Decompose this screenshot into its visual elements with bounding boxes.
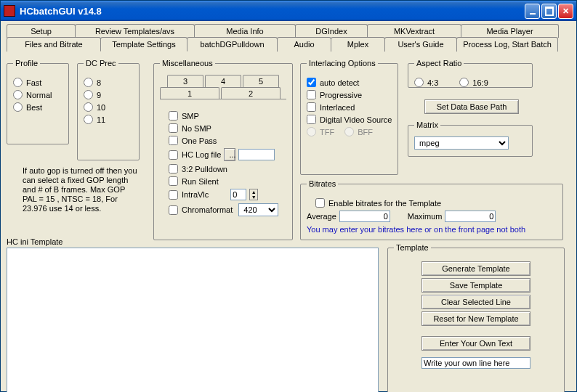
misc-intravlc-value[interactable] [230,189,246,200]
tab-template-settings[interactable]: Template Settings [100,37,187,52]
titlebar: HCbatchGUI v14.8 [1,1,576,21]
clear-line-button[interactable]: Clear Selected Line [421,295,530,309]
misc-hclog-browse[interactable]: ... [224,148,235,161]
bitrates-enable[interactable]: Enable bitrates for the Template [315,198,557,208]
bitrates-note: You may enter your bitrates here or on t… [307,225,557,234]
set-db-path-button[interactable]: Set Data Base Path [424,99,519,114]
aspect-43[interactable]: 4:3 [414,78,438,87]
aspect-group: Aspect Ratio 4:3 16:9 [408,59,533,88]
dcprec-10-radio[interactable] [84,102,93,112]
inter-interlaced-check[interactable] [307,102,316,112]
app-icon [4,5,15,17]
inter-auto[interactable]: auto detect [307,78,392,87]
bitrates-enable-check[interactable] [315,198,325,208]
dcprec-group: DC Prec 8 9 10 11 [77,59,140,160]
inter-prog-check[interactable] [307,90,316,99]
aspect-169-radio[interactable] [459,78,469,87]
misc-hclog-path[interactable] [238,149,275,160]
dcprec-10[interactable]: 10 [84,102,133,112]
minimize-button[interactable] [525,4,540,19]
misc-chroma-check[interactable] [169,205,178,215]
dcprec-9[interactable]: 9 [84,90,133,99]
profile-fast-radio[interactable] [13,78,23,87]
dcprec-8-radio[interactable] [84,78,93,87]
tab-dgindex[interactable]: DGIndex [295,24,368,38]
enter-own-text-button[interactable]: Enter Your Own Text [421,336,530,351]
misc-subtabs-top: 3 4 5 [167,75,286,87]
tab-review-templates[interactable]: Review Templates/avs [75,24,195,38]
tab-media-info[interactable]: Media Info [194,24,296,38]
reset-template-button[interactable]: Reset for New Template [421,311,530,326]
app-window: HCbatchGUI v14.8 Setup Review Templates/… [0,0,577,392]
misc-hclog-check[interactable] [169,150,178,160]
misc-subtabs-bot: 1 2 [160,87,286,99]
tab-batchdgpulldown[interactable]: batchDGPulldown [187,37,278,52]
save-template-button[interactable]: Save Template [421,278,530,293]
ini-template-area[interactable] [7,248,379,392]
tab-mplex[interactable]: Mplex [331,37,385,52]
inter-tff-radio [307,127,316,136]
profile-best-radio[interactable] [13,102,23,112]
matrix-group: Matrix mpeg [408,121,533,157]
matrix-legend: Matrix [414,121,440,129]
misc-tab-2[interactable]: 2 [221,87,281,99]
misc-nosmp-check[interactable] [169,123,178,133]
misc-intravlc-check[interactable] [169,190,178,200]
inter-auto-check[interactable] [307,78,316,87]
misc-onepass[interactable]: One Pass [169,136,286,145]
spinner-icon[interactable]: ▲▼ [249,189,258,200]
tab-media-player[interactable]: Media Player [461,24,559,38]
dcprec-8[interactable]: 8 [84,78,133,87]
misc-onepass-check[interactable] [169,136,178,145]
profile-normal-radio[interactable] [13,90,23,99]
misc-chroma-select[interactable]: 420 [238,203,278,216]
template-group: Template Generate Template Save Template… [387,243,565,392]
own-text-input[interactable] [421,357,530,369]
dcprec-9-radio[interactable] [84,90,93,99]
inter-interlaced[interactable]: Interlaced [307,102,392,112]
tab-users-guide[interactable]: User's Guide [384,37,457,52]
misc-nosmp[interactable]: No SMP [169,123,286,133]
tab-process-log[interactable]: Process Log, Start Batch [456,37,558,52]
bitrates-max-input[interactable] [445,211,496,222]
profile-fast[interactable]: Fast [13,78,62,87]
gop-note: If auto gop is turned off then you can s… [23,166,139,213]
misc-smp[interactable]: SMP [169,111,286,121]
misc-pulldown[interactable]: 3:2 Pulldown [169,164,286,173]
misc-tab-3[interactable]: 3 [167,75,203,87]
template-legend: Template [394,243,431,252]
inter-dvs-check[interactable] [307,115,316,124]
aspect-169[interactable]: 16:9 [459,78,488,87]
matrix-select[interactable]: mpeg [414,136,509,150]
misc-legend: Miscellaneous [160,59,215,68]
dcprec-11-radio[interactable] [84,115,93,124]
bitrates-group: Bitrates Enable bitrates for the Templat… [300,179,563,240]
tab-files-bitrate[interactable]: Files and Bitrate [7,37,101,52]
close-button[interactable] [558,4,573,19]
bitrates-legend: Bitrates [307,179,338,188]
misc-runsilent[interactable]: Run Silent [169,176,286,186]
generate-template-button[interactable]: Generate Template [421,261,530,276]
misc-runsilent-check[interactable] [169,176,178,186]
window-title: HCbatchGUI v14.8 [20,6,525,17]
bitrates-avg-input[interactable] [339,211,390,222]
aspect-43-radio[interactable] [414,78,424,87]
maximize-button[interactable] [541,4,557,19]
tab-audio[interactable]: Audio [277,37,331,52]
profile-best[interactable]: Best [13,102,62,112]
profile-normal[interactable]: Normal [13,90,62,99]
inter-prog[interactable]: Progressive [307,90,392,99]
misc-smp-check[interactable] [169,111,178,121]
misc-tab-4[interactable]: 4 [205,75,241,87]
content-area: Setup Review Templates/avs Media Info DG… [1,21,576,391]
misc-tab-1[interactable]: 1 [160,87,219,99]
tab-row-bottom: Files and Bitrate Template Settings batc… [7,37,570,52]
dcprec-11[interactable]: 11 [84,115,133,124]
misc-pulldown-check[interactable] [169,164,178,173]
dcprec-legend: DC Prec [84,59,118,68]
tab-mkvextract[interactable]: MKVextract [367,24,461,38]
misc-hclog-row: HC Log file ... [169,148,286,161]
inter-dvs[interactable]: Digital Video Source [307,115,392,124]
tab-setup[interactable]: Setup [7,24,76,38]
misc-tab-5[interactable]: 5 [243,75,279,87]
